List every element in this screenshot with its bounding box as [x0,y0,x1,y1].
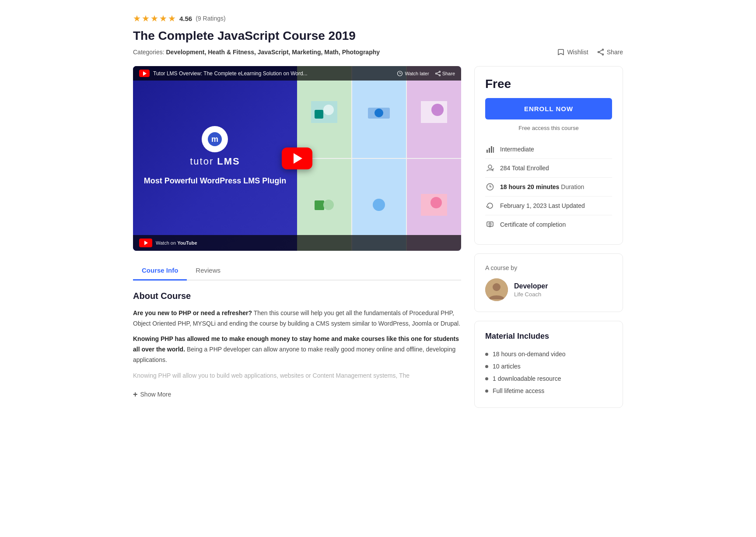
star-4: ★ [159,13,167,24]
material-list: 18 hours on-demand video 10 articles 1 d… [485,348,612,397]
enroll-button[interactable]: ENROLL NOW [485,98,612,119]
show-more-label: Show More [140,391,172,398]
svg-point-27 [435,73,437,74]
video-container[interactable]: m tutor LMS Most Powerful WordPress LMS … [133,66,461,251]
header-actions: Wishlist Share [557,49,623,56]
svg-rect-8 [315,110,323,119]
stars: ★ ★ ★ ★ ★ [133,13,176,24]
video-actions-top: Watch later Share [397,70,455,77]
para3-faded: Knowing PHP will allow you to build web … [133,372,410,379]
refresh-icon [485,201,495,211]
enrolled-icon [485,163,495,173]
svg-point-1 [602,54,603,55]
star-3: ★ [150,13,158,24]
svg-point-0 [602,49,603,50]
material-item-3: Full lifetime access [485,385,612,397]
material-text-2: 1 downloadable resource [493,375,561,382]
wishlist-label: Wishlist [567,49,588,56]
duration-hours: 18 hours [500,183,525,190]
price-label: Free [485,77,612,91]
svg-line-29 [437,74,439,75]
left-column: m tutor LMS Most Powerful WordPress LMS … [133,66,461,403]
show-more-button[interactable]: + Show More [133,386,171,403]
course-description-3: Knowing PHP will allow you to build web … [133,371,461,381]
rating-row: ★ ★ ★ ★ ★ 4.56 (9 Ratings) [133,13,623,24]
categories-row: Categories: Development, Heath & Fitness… [133,48,623,56]
meta-updated: February 1, 2023 Last Updated [485,196,612,215]
categories-area: Categories: Development, Heath & Fitness… [133,48,380,56]
tab-course-info[interactable]: Course Info [133,261,187,281]
course-info-section: About Course Are you new to PHP or need … [133,291,461,403]
right-column: Free ENROLL NOW Free access this course [474,66,623,417]
svg-rect-31 [489,148,490,153]
course-description-2: Knowing PHP has allowed me to make enoug… [133,334,461,365]
material-text-1: 10 articles [493,363,521,370]
video-title-bar: Tutor LMS Overview: The Complete eLearni… [139,70,308,77]
svg-line-28 [437,72,439,73]
play-btn-overlay [282,147,312,169]
svg-point-2 [598,51,599,53]
categories-prefix: Categories: [133,49,164,56]
meta-duration-text: 18 hours 20 minutes Duration [500,183,584,190]
video-share-btn[interactable]: Share [435,71,455,76]
svg-point-9 [323,105,334,115]
video-bottom-bar: Watch on YouTube [133,235,461,251]
material-text-3: Full lifetime access [493,387,544,394]
tutor-brand: tutor LMS [190,156,240,167]
watch-later-label: Watch later [405,71,429,76]
watch-later-btn[interactable]: Watch later [397,70,429,77]
duration-minutes: 20 minutes [527,183,559,190]
lms-text: LMS [217,156,240,167]
meta-certificate: Certificate of completion [485,215,612,234]
author-name: Developer [514,282,548,290]
meta-updated-text: February 1, 2023 Last Updated [500,202,585,209]
course-description-1: Are you new to PHP or need a refresher? … [133,308,461,329]
video-grid [297,66,461,251]
wishlist-button[interactable]: Wishlist [557,49,588,56]
certificate-icon [485,220,495,229]
svg-rect-30 [486,150,488,153]
meta-certificate-text: Certificate of completion [500,221,566,228]
yt-play-small [143,71,147,76]
course-title: The Complete JavaScript Course 2019 [133,29,623,43]
material-text-0: 18 hours on-demand video [493,351,566,358]
video-subtitle: Most Powerful WordPress LMS Plugin [135,172,295,190]
author-card: A course by Developer Life [474,253,623,312]
yt-icon-small [139,70,150,77]
main-content: m tutor LMS Most Powerful WordPress LMS … [133,66,623,417]
bullet-2 [485,377,488,380]
intro-bold: Are you new to PHP or need a refresher? [133,309,252,316]
author-row: Developer Life Coach [485,278,612,301]
tutor-logo: m [202,126,228,152]
material-item-2: 1 downloadable resource [485,372,612,385]
material-item-0: 18 hours on-demand video [485,348,612,360]
material-card: Material Includes 18 hours on-demand vid… [474,321,623,408]
author-avatar [485,278,508,301]
video-left: m tutor LMS Most Powerful WordPress LMS … [133,66,297,251]
svg-point-19 [373,199,385,211]
play-button[interactable] [282,147,312,169]
tutor-logo-area: m tutor LMS [190,126,240,167]
video-share-label: Share [442,71,455,76]
svg-point-14 [431,104,444,116]
play-triangle [294,153,302,164]
meta-intermediate-text: Intermediate [500,146,534,153]
svg-rect-38 [487,222,493,226]
bar-chart-icon [485,144,495,154]
bullet-0 [485,353,488,356]
bullet-1 [485,365,488,368]
share-button[interactable]: Share [597,49,623,56]
duration-label: Duration [561,183,584,190]
meta-enrolled-text: 284 Total Enrolled [500,165,549,172]
course-meta-list: Intermediate 284 Total Enrolled [485,140,612,234]
svg-point-17 [323,200,334,210]
material-title: Material Includes [485,332,612,341]
svg-point-25 [439,71,440,72]
meta-enrolled: 284 Total Enrolled [485,158,612,177]
svg-point-21 [430,197,442,208]
svg-point-12 [374,109,383,117]
tab-reviews[interactable]: Reviews [187,261,229,281]
share-label: Share [607,49,623,56]
video-top-bar: Tutor LMS Overview: The Complete eLearni… [133,66,461,81]
share-icon [597,49,604,56]
